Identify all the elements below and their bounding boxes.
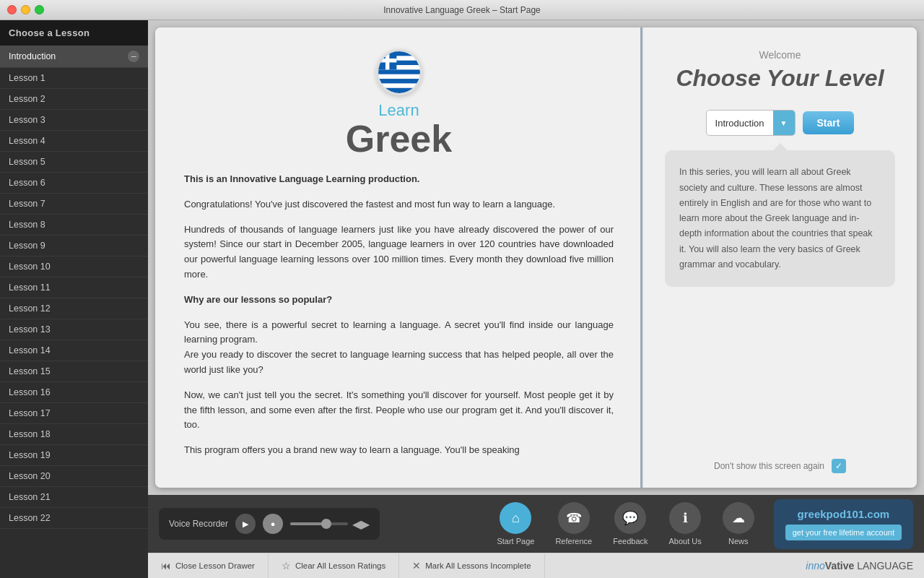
window-controls[interactable] — [7, 5, 44, 14]
sidebar-header: Choose a Lesson — [0, 20, 148, 46]
x-icon: ✕ — [412, 560, 421, 571]
level-description: In this series, you will learn all about… — [665, 150, 895, 287]
promo-domain: greekpod101.com — [785, 508, 902, 520]
nav-icon-reference[interactable]: ☎Reference — [546, 499, 601, 549]
logo-area: Learn Greek — [184, 49, 614, 158]
sidebar-item-lesson-17[interactable]: Lesson 17 — [0, 403, 148, 424]
sidebar-item-lesson-13[interactable]: Lesson 13 — [0, 319, 148, 340]
sidebar-item-lesson-8[interactable]: Lesson 8 — [0, 215, 148, 236]
volume-slider[interactable]: ◀▶ — [290, 517, 370, 531]
sidebar-item-lesson-19[interactable]: Lesson 19 — [0, 445, 148, 466]
sidebar-item-lesson-6[interactable]: Lesson 6 — [0, 173, 148, 194]
close-lesson-drawer-button[interactable]: ⏮ Close Lesson Drawer — [148, 553, 269, 578]
slider-thumb[interactable] — [321, 519, 331, 529]
content-body: This is an Innovative Language Learning … — [184, 172, 614, 458]
content-area: Learn Greek This is an Innovative Langua… — [155, 27, 917, 488]
sidebar-item-lesson-9[interactable]: Lesson 9 — [0, 236, 148, 256]
nav-icon-feedback[interactable]: 💬Feedback — [604, 499, 656, 549]
footer-brand: innoVative LANGUAGE — [806, 560, 924, 571]
sidebar-item-lesson-21[interactable]: Lesson 21 — [0, 487, 148, 508]
sidebar-item-lesson-1[interactable]: Lesson 1 — [0, 68, 148, 89]
nav-icon-label-reference: Reference — [555, 537, 592, 545]
main-content: Learn Greek This is an Innovative Langua… — [148, 20, 924, 578]
sidebar-item-lesson-22[interactable]: Lesson 22 — [0, 508, 148, 529]
bottom-toolbar: Voice Recorder ▶ ● ◀▶ ⌂Start Page☎Refere… — [148, 495, 924, 553]
play-button[interactable]: ▶ — [235, 514, 256, 534]
mark-incomplete-button[interactable]: ✕ Mark All Lessons Incomplete — [399, 553, 544, 578]
nav-icon-about-us[interactable]: ℹAbout Us — [661, 499, 710, 549]
sidebar-item-lesson-20[interactable]: Lesson 20 — [0, 466, 148, 487]
title-bar: Innovative Language Greek – Start Page — [0, 0, 924, 20]
about-us-icon: ℹ — [669, 502, 701, 534]
promo-domain-part2: 101.com — [846, 508, 889, 520]
intro-bold: This is an Innovative Language Learning … — [184, 173, 419, 184]
sidebar-item-lesson-16[interactable]: Lesson 16 — [0, 382, 148, 403]
sidebar-item-lesson-14[interactable]: Lesson 14 — [0, 340, 148, 361]
slider-track — [290, 522, 348, 525]
start-page-icon: ⌂ — [500, 502, 531, 534]
record-button[interactable]: ● — [263, 514, 283, 534]
sidebar-item-lesson-4[interactable]: Lesson 4 — [0, 131, 148, 152]
nav-icon-start-page[interactable]: ⌂Start Page — [488, 499, 543, 549]
para4: Why are our lessons so popular? — [184, 294, 332, 305]
sidebar-item-lesson-2[interactable]: Lesson 2 — [0, 89, 148, 110]
voice-recorder-label: Voice Recorder — [169, 519, 228, 529]
sidebar-item-lesson-7[interactable]: Lesson 7 — [0, 194, 148, 215]
level-dropdown-value: Introduction — [707, 112, 773, 134]
sidebar-list: Introduction−Lesson 1Lesson 2Lesson 3Les… — [0, 46, 148, 578]
svg-rect-5 — [378, 83, 420, 87]
dont-show-checkbox[interactable]: ✓ — [832, 459, 846, 473]
window-title: Innovative Language Greek – Start Page — [383, 5, 540, 15]
mark-incomplete-label: Mark All Lessons Incomplete — [425, 561, 531, 570]
sidebar: Choose a Lesson Introduction−Lesson 1Les… — [0, 20, 148, 578]
dont-show-label: Don't show this screen again — [714, 461, 824, 471]
para6: Now, we can't just tell you the secret. … — [184, 388, 614, 433]
minimize-window-button[interactable] — [21, 5, 30, 14]
dont-show-row: Don't show this screen again ✓ — [714, 459, 846, 473]
sidebar-item-lesson-5[interactable]: Lesson 5 — [0, 152, 148, 173]
footer-bar: ⏮ Close Lesson Drawer ☆ Clear All Lesson… — [148, 553, 924, 578]
sidebar-item-lesson-15[interactable]: Lesson 15 — [0, 361, 148, 382]
sidebar-item-lesson-12[interactable]: Lesson 12 — [0, 298, 148, 319]
close-window-button[interactable] — [7, 5, 17, 14]
choose-level-heading: Choose Your Level — [676, 64, 884, 92]
close-lesson-label: Close Lesson Drawer — [175, 561, 255, 570]
nav-icon-label-news: News — [728, 537, 749, 545]
para5: You see, there is a powerful secret to l… — [184, 318, 614, 378]
clear-ratings-label: Clear All Lesson Ratings — [295, 561, 385, 570]
volume-icon: ◀▶ — [352, 517, 370, 531]
sidebar-item-lesson-10[interactable]: Lesson 10 — [0, 256, 148, 277]
voice-recorder: Voice Recorder ▶ ● ◀▶ — [159, 508, 380, 540]
promo-cta[interactable]: get your free lifetime account — [785, 525, 902, 540]
start-button[interactable]: Start — [803, 111, 855, 134]
checkbox-check-icon: ✓ — [835, 461, 842, 471]
para7: This program offers you a brand new way … — [184, 443, 614, 458]
greek-flag-icon — [376, 49, 422, 95]
para2: Congratulations! You've just discovered … — [184, 197, 614, 212]
dropdown-arrow-icon[interactable]: ▼ — [773, 111, 795, 135]
svg-rect-8 — [378, 59, 396, 62]
sidebar-item-lesson-11[interactable]: Lesson 11 — [0, 277, 148, 298]
nav-icon-news[interactable]: ☁News — [714, 499, 763, 549]
left-panel: Learn Greek This is an Innovative Langua… — [155, 27, 642, 488]
promo-box[interactable]: greekpod101.com get your free lifetime a… — [774, 499, 913, 549]
sidebar-item-introduction[interactable]: Introduction− — [0, 46, 148, 68]
feedback-icon: 💬 — [614, 502, 646, 534]
sidebar-item-lesson-3[interactable]: Lesson 3 — [0, 110, 148, 131]
nav-icon-label-feedback: Feedback — [613, 537, 648, 545]
sidebar-item-lesson-18[interactable]: Lesson 18 — [0, 424, 148, 445]
level-selector-row: Introduction ▼ Start — [665, 110, 895, 136]
svg-rect-4 — [378, 74, 420, 79]
star-icon: ☆ — [282, 560, 291, 571]
maximize-window-button[interactable] — [35, 5, 44, 14]
level-dropdown[interactable]: Introduction ▼ — [706, 110, 796, 136]
para3: Hundreds of thousands of language learne… — [184, 223, 614, 282]
minus-icon: − — [128, 51, 139, 62]
promo-domain-part1: greekpod — [798, 508, 847, 520]
right-panel: Welcome Choose Your Level Introduction ▼… — [642, 27, 917, 488]
clear-ratings-button[interactable]: ☆ Clear All Lesson Ratings — [269, 553, 399, 578]
nav-icons: ⌂Start Page☎Reference💬FeedbackℹAbout Us☁… — [488, 499, 762, 549]
reference-icon: ☎ — [558, 502, 590, 534]
nav-icon-label-start-page: Start Page — [497, 537, 534, 545]
skip-back-icon: ⏮ — [161, 560, 171, 571]
